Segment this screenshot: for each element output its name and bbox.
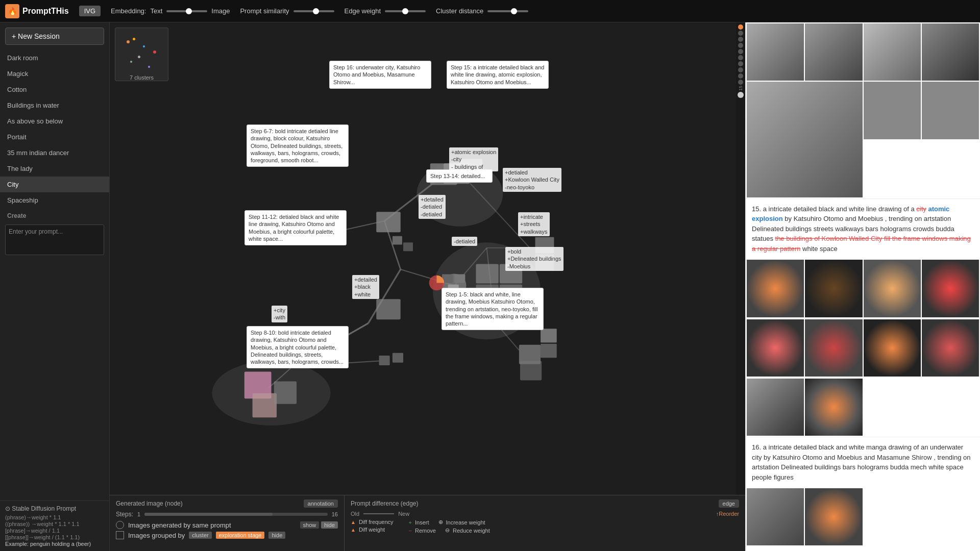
text-slider-thumb[interactable] — [186, 8, 192, 14]
sidebar-item-35-mm-indian-dancer[interactable]: 35 mm indian dancer — [0, 145, 109, 161]
edge-button[interactable]: edge — [719, 499, 739, 508]
right-img-cell-fire[interactable] — [805, 260, 862, 317]
tri-icon: ▲ — [351, 519, 356, 525]
svg-rect-40 — [393, 236, 402, 245]
svg-rect-33 — [520, 361, 542, 380]
annotation-button[interactable]: annotation — [304, 499, 338, 508]
grouped-hide-button[interactable]: hide — [268, 532, 285, 539]
slider-node[interactable] — [738, 31, 743, 36]
slider-node[interactable] — [738, 55, 743, 60]
image-label: Image — [211, 7, 230, 15]
slider-node[interactable] — [738, 67, 743, 72]
right-img-cell[interactable] — [747, 82, 863, 197]
text15-body: a intricate detailed black and white lin… — [763, 205, 917, 213]
reduce-weight-icon: ⊖ — [445, 527, 450, 534]
increase-weight-icon: ⊕ — [438, 519, 443, 525]
right-top-grid — [746, 22, 980, 198]
right-img-cell-fire2[interactable] — [805, 319, 862, 377]
slider-node[interactable] — [738, 24, 743, 30]
cluster-distance-label: Cluster distance — [436, 7, 483, 15]
right-img-cell[interactable] — [864, 82, 921, 139]
svg-rect-35 — [253, 393, 277, 417]
prompt-slider-thumb[interactable] — [313, 8, 319, 14]
minus-icon: − — [409, 528, 412, 534]
hide-button[interactable]: hide — [321, 521, 338, 529]
right-img-cell[interactable] — [922, 82, 979, 139]
canvas-right-slider: 15 — [736, 22, 745, 495]
cluster-button[interactable]: cluster — [189, 532, 211, 539]
right-img-cell-fire2[interactable] — [747, 319, 804, 377]
right-img-cell-bottom[interactable] — [805, 488, 862, 545]
grouped-by-label: Images grouped by — [128, 532, 185, 539]
edge-weight-label: Edge weight — [345, 7, 381, 15]
edge-slider-thumb[interactable] — [402, 8, 408, 14]
sidebar-item-portait[interactable]: Portait — [0, 129, 109, 145]
slider-node[interactable] — [738, 80, 743, 85]
slider-node[interactable] — [738, 61, 743, 66]
create-label: Create — [0, 208, 109, 221]
slider-node[interactable] — [738, 37, 743, 42]
label-atomic: +atomic explosion-city- buildings of — [449, 147, 498, 171]
header: 🔥 PromptTHis IVG Embedding: Text Image P… — [0, 0, 980, 22]
show-button[interactable]: show — [300, 521, 320, 529]
edge-slider[interactable] — [385, 10, 426, 12]
new-session-button[interactable]: + New Session — [5, 28, 104, 45]
right-img-cell[interactable] — [805, 23, 862, 81]
right-img-cell[interactable] — [922, 23, 979, 81]
slider-node[interactable] — [738, 49, 743, 54]
sidebar-item-spaceship[interactable]: Spaceship — [0, 192, 109, 208]
embedding-label: Embedding: — [111, 7, 146, 15]
cluster-slider[interactable] — [487, 10, 528, 12]
sidebar-item-the-lady[interactable]: The lady — [0, 161, 109, 177]
right-img-cell-fire[interactable] — [864, 260, 921, 317]
text15-num: 15. — [752, 205, 761, 213]
right-img-cell[interactable] — [747, 23, 804, 81]
text-slider[interactable] — [166, 10, 207, 12]
old-new-row: Old New ↑Reorder — [351, 511, 739, 517]
text16-num: 16. — [752, 443, 761, 451]
right-fire-grid2 — [746, 318, 980, 378]
right-bw-grid — [746, 378, 980, 437]
sidebar-footer: ⊙ Stable Diffusion Prompt (phrase)→weigh… — [0, 500, 109, 551]
sidebar-item-dark-room[interactable]: Dark room — [0, 50, 109, 66]
sidebar-item-as-above-so-below[interactable]: As above so below — [0, 113, 109, 129]
slider-current-node[interactable] — [738, 92, 744, 98]
sidebar-item-city[interactable]: City — [0, 177, 109, 192]
label-intricate: +intricate+streets+walkways — [518, 212, 550, 236]
edge-weight-control: Edge weight — [345, 7, 426, 15]
right-img-cell-fire[interactable] — [922, 260, 979, 317]
tooltip-step16: Step 16: underwater city, Katsuhiro Otom… — [329, 61, 431, 89]
old-label: Old — [351, 511, 359, 517]
prompt-slider[interactable] — [293, 10, 334, 12]
label-city: +city-with — [272, 306, 287, 322]
same-prompt-icon — [116, 521, 124, 529]
sidebar-item-magick[interactable]: Magick — [0, 66, 109, 82]
sidebar-item-buildings-in-water[interactable]: Buildings in water — [0, 97, 109, 113]
plus-icon: + — [409, 519, 412, 525]
slider-node[interactable] — [738, 73, 743, 79]
graph-canvas[interactable]: 7 clusters — [110, 22, 745, 495]
reorder-button[interactable]: ↑Reorder — [716, 511, 739, 517]
ivg-button[interactable]: IVG — [79, 6, 101, 16]
right-img-cell-bw[interactable] — [805, 379, 862, 436]
svg-rect-36 — [274, 382, 297, 404]
right-img-cell-fire[interactable] — [747, 260, 804, 317]
right-img-cell-bw[interactable] — [747, 379, 804, 436]
sidebar-sessions: Dark roomMagickCottonBuildings in waterA… — [0, 50, 109, 208]
tooltip-step15: Step 15: a intricate detailed black and … — [447, 61, 549, 89]
steps-row: Steps: 1 16 — [116, 511, 338, 518]
exploration-stage-button[interactable]: exploration stage — [216, 532, 265, 539]
right-img-cell-bottom[interactable] — [747, 488, 804, 545]
old-new-line — [363, 513, 394, 514]
diff-frequency-col: ▲ Diff frequency ▲ Diff weight — [351, 519, 394, 534]
steps-bar[interactable] — [144, 513, 328, 516]
right-img-cell-fire2[interactable] — [864, 319, 921, 377]
prompt-input[interactable]: Enter your prompt... — [5, 224, 104, 255]
logo: 🔥 PromptTHis — [5, 4, 69, 18]
slider-node[interactable] — [738, 43, 743, 48]
right-img-cell[interactable] — [864, 23, 921, 81]
svg-rect-37 — [379, 356, 390, 365]
right-img-cell-fire2[interactable] — [922, 319, 979, 377]
cluster-slider-thumb[interactable] — [511, 8, 517, 14]
sidebar-item-cotton[interactable]: Cotton — [0, 82, 109, 97]
